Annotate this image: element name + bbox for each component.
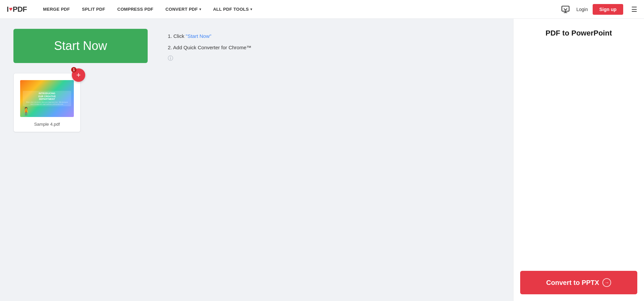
file-count-badge: 1 — [71, 67, 77, 72]
convert-to-pptx-button[interactable]: Convert to PPTX → — [520, 271, 637, 294]
login-button[interactable]: Login — [576, 7, 588, 12]
convert-btn-container: Convert to PPTX → — [513, 264, 644, 301]
file-thumbnail: INTRODUCINGOUR CREATIVEDEPARTMENT Write … — [20, 80, 74, 117]
logo-pdf: PDF — [13, 5, 27, 14]
all-tools-arrow: ▾ — [250, 7, 252, 11]
file-area: INTRODUCINGOUR CREATIVEDEPARTMENT Write … — [13, 73, 81, 132]
main-nav: MERGE PDF SPLIT PDF COMPRESS PDF CONVERT… — [37, 0, 559, 19]
nav-all-pdf-tools[interactable]: ALL PDF TOOLS ▾ — [207, 0, 258, 19]
start-now-button[interactable]: Start Now — [13, 29, 148, 63]
plus-icon: + — [77, 71, 81, 79]
header: I♥PDF MERGE PDF SPLIT PDF COMPRESS PDF C… — [0, 0, 644, 19]
info-icon[interactable]: ⓘ — [168, 55, 251, 62]
logo-heart: ♥ — [9, 6, 12, 13]
logo-i: I — [7, 5, 9, 14]
sidebar-title: PDF to PowerPoint — [513, 19, 644, 44]
convert-pdf-arrow: ▾ — [199, 7, 201, 11]
content-area: Start Now 1. Click "Start Now" 2. Add Qu… — [0, 19, 513, 301]
top-section: Start Now 1. Click "Start Now" 2. Add Qu… — [13, 29, 500, 63]
start-now-link[interactable]: "Start Now" — [186, 33, 211, 39]
thumbnail-text-block: INTRODUCINGOUR CREATIVEDEPARTMENT Write … — [23, 91, 71, 106]
sidebar-body — [513, 44, 644, 264]
nav-compress-pdf[interactable]: COMPRESS PDF — [111, 0, 159, 19]
nav-merge-pdf[interactable]: MERGE PDF — [37, 0, 76, 19]
add-file-button[interactable]: 1 + — [72, 68, 85, 82]
nav-convert-pdf[interactable]: CONVERT PDF ▾ — [159, 0, 207, 19]
hamburger-menu-icon[interactable]: ☰ — [631, 5, 637, 13]
header-right: Login Sign up ☰ — [559, 3, 637, 15]
instruction-step2: 2. Add Quick Converter for Chrome™ — [168, 44, 251, 52]
main-layout: Start Now 1. Click "Start Now" 2. Add Qu… — [0, 19, 644, 301]
nav-split-pdf[interactable]: SPLIT PDF — [76, 0, 111, 19]
logo[interactable]: I♥PDF — [7, 5, 27, 14]
convert-arrow-icon: → — [602, 278, 611, 287]
thumbnail-person-icon: 🧍 — [21, 107, 31, 116]
download-app-icon[interactable] — [559, 3, 572, 15]
convert-btn-label: Convert to PPTX — [546, 279, 599, 287]
thumbnail-subtitle: Write a short introduction about your de… — [25, 101, 69, 105]
right-sidebar: PDF to PowerPoint Convert to PPTX → — [513, 19, 644, 301]
signup-button[interactable]: Sign up — [593, 4, 623, 15]
instruction-step1: 1. Click "Start Now" — [168, 32, 251, 40]
thumbnail-title: INTRODUCINGOUR CREATIVEDEPARTMENT — [25, 92, 69, 101]
file-name: Sample 4.pdf — [34, 122, 60, 127]
file-card: INTRODUCINGOUR CREATIVEDEPARTMENT Write … — [13, 73, 81, 132]
instructions-block: 1. Click "Start Now" 2. Add Quick Conver… — [168, 29, 251, 62]
